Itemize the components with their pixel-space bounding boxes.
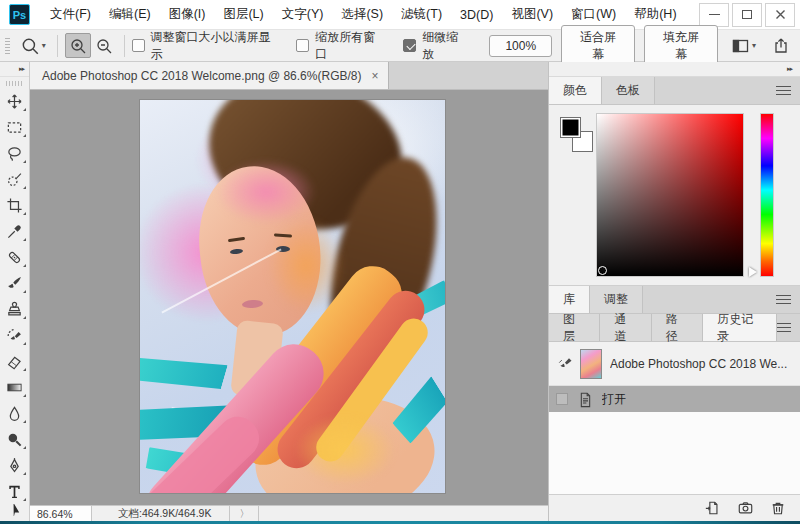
- blur-drop-icon: [6, 405, 23, 422]
- menu-view[interactable]: 视图(V): [502, 0, 562, 29]
- tool-brush[interactable]: [2, 270, 28, 296]
- history-state-checkbox[interactable]: [556, 393, 568, 405]
- quick-selection-icon: [6, 171, 23, 188]
- workspace-switcher[interactable]: ▾: [731, 37, 756, 55]
- tool-eyedropper[interactable]: [2, 218, 28, 244]
- history-snapshot-row[interactable]: Adobe Photoshop CC 2018 We...: [549, 342, 800, 386]
- close-button[interactable]: [765, 3, 795, 27]
- zoom-all-windows-checkbox[interactable]: [296, 39, 309, 52]
- menu-file[interactable]: 文件(F): [41, 0, 100, 29]
- tool-clone-stamp[interactable]: [2, 296, 28, 322]
- panels-collapse-button[interactable]: ▸▸: [549, 62, 800, 77]
- delete-trash-icon[interactable]: [770, 500, 786, 516]
- tool-pen[interactable]: [2, 452, 28, 478]
- menu-edit[interactable]: 编辑(E): [100, 0, 160, 29]
- menu-select[interactable]: 选择(S): [332, 0, 392, 29]
- status-info-chevron[interactable]: 〉: [229, 506, 258, 521]
- tool-lasso[interactable]: [2, 140, 28, 166]
- minimize-button[interactable]: [699, 3, 729, 27]
- tab-paths[interactable]: 路径: [652, 314, 703, 341]
- status-zoom-field[interactable]: 86.64%: [30, 506, 92, 521]
- panel-menu-icon[interactable]: [777, 323, 791, 332]
- window-controls: [699, 3, 795, 27]
- tool-spot-healing-brush[interactable]: [2, 244, 28, 270]
- history-panel-footer: [549, 494, 800, 521]
- tool-path-selection[interactable]: [2, 504, 28, 516]
- menu-3d[interactable]: 3D(D): [451, 0, 502, 29]
- tool-blur[interactable]: [2, 400, 28, 426]
- lasso-icon: [6, 145, 23, 162]
- history-state-row-open[interactable]: 打开: [549, 386, 800, 412]
- canvas-image[interactable]: [140, 100, 445, 493]
- pen-icon: [6, 457, 23, 474]
- tool-preset-picker[interactable]: ▾: [20, 36, 46, 56]
- tab-history[interactable]: 历史记录: [703, 314, 777, 341]
- maximize-button[interactable]: [732, 3, 762, 27]
- photoshop-window: Ps 文件(F) 编辑(E) 图像(I) 图层(L) 文字(Y) 选择(S) 滤…: [0, 0, 800, 524]
- separator: [124, 35, 125, 57]
- history-state-label: 打开: [602, 391, 626, 408]
- tool-move[interactable]: [2, 88, 28, 114]
- tab-color[interactable]: 颜色: [549, 77, 602, 104]
- panel-menu-icon[interactable]: [776, 86, 791, 95]
- tool-quick-selection[interactable]: [2, 166, 28, 192]
- workspace-icon: [731, 37, 750, 55]
- tab-close-icon[interactable]: ×: [371, 69, 378, 83]
- tool-history-brush[interactable]: [2, 322, 28, 348]
- fill-screen-button[interactable]: 填充屏幕: [644, 25, 718, 67]
- tab-channels[interactable]: 通道: [600, 314, 651, 341]
- zoom-out-button[interactable]: [91, 33, 117, 58]
- tools-grip-handle[interactable]: [6, 81, 24, 86]
- clone-stamp-icon: [6, 301, 23, 318]
- foreground-color-swatch[interactable]: [560, 117, 581, 138]
- hue-slider-pointer[interactable]: [749, 267, 757, 277]
- tool-dodge[interactable]: [2, 426, 28, 452]
- document-tab-title: Adobe Photoshop CC 2018 Welcome.png @ 86…: [42, 69, 361, 83]
- hue-slider[interactable]: [760, 113, 774, 277]
- zoom-in-icon: [69, 37, 87, 55]
- resize-windows-label: 调整窗口大小以满屏显示: [151, 29, 277, 63]
- gradient-icon: [6, 379, 23, 396]
- tool-crop[interactable]: [2, 192, 28, 218]
- type-icon: [6, 483, 23, 500]
- color-field-cursor[interactable]: [598, 266, 607, 275]
- move-icon: [6, 93, 23, 110]
- status-bar: 86.64% 文档:464.9K/464.9K 〉: [30, 505, 548, 521]
- zoom-in-button[interactable]: [65, 33, 91, 58]
- tab-layers[interactable]: 图层: [549, 314, 600, 341]
- panel-menu-icon[interactable]: [776, 295, 791, 304]
- new-snapshot-camera-icon[interactable]: [737, 500, 754, 516]
- document-icon: [578, 391, 593, 408]
- canvas-area[interactable]: [30, 90, 548, 505]
- open-state-icon: [578, 391, 593, 408]
- resize-windows-checkbox[interactable]: [132, 39, 145, 52]
- history-brush-icon: [6, 327, 23, 344]
- tool-rectangular-marquee[interactable]: [2, 114, 28, 140]
- menu-filter[interactable]: 滤镜(T): [392, 0, 451, 29]
- document-tab[interactable]: Adobe Photoshop CC 2018 Welcome.png @ 86…: [30, 62, 389, 89]
- tool-type[interactable]: [2, 478, 28, 504]
- tab-libraries[interactable]: 库: [549, 286, 590, 313]
- history-snapshot-thumbnail: [580, 349, 602, 379]
- menu-layer[interactable]: 图层(L): [214, 0, 272, 29]
- tab-adjustments[interactable]: 调整: [590, 286, 643, 313]
- fit-screen-button[interactable]: 适合屏幕: [561, 25, 635, 67]
- history-brush-source-icon[interactable]: [554, 356, 576, 372]
- menu-image[interactable]: 图像(I): [160, 0, 215, 29]
- share-button[interactable]: [768, 33, 794, 58]
- tool-eraser[interactable]: [2, 348, 28, 374]
- tools-collapse-button[interactable]: ▸▸: [0, 62, 29, 77]
- menu-type[interactable]: 文字(Y): [273, 0, 333, 29]
- options-grip-handle[interactable]: [5, 38, 10, 54]
- tab-swatches[interactable]: 色板: [602, 77, 655, 104]
- rectangular-marquee-icon: [6, 119, 23, 136]
- scrubby-zoom-checkbox[interactable]: [403, 39, 416, 52]
- zoom-100-button[interactable]: 100%: [489, 35, 552, 57]
- resize-windows-checkbox-group: 调整窗口大小以满屏显示: [132, 29, 277, 63]
- right-panel-stack: ▸▸ 颜色 色板 库 调整: [548, 62, 800, 521]
- new-document-from-state-icon[interactable]: [704, 500, 721, 516]
- tool-gradient[interactable]: [2, 374, 28, 400]
- maximize-icon: [742, 10, 752, 19]
- artwork-face-paint-orange: [268, 218, 344, 313]
- saturation-brightness-field[interactable]: [596, 113, 744, 277]
